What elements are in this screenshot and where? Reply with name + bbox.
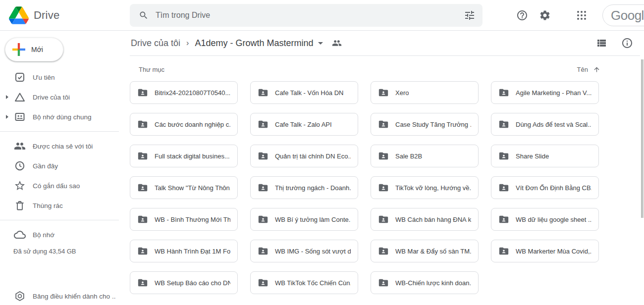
folder-card[interactable]: Full stack digital busines... [130,145,238,167]
folder-card[interactable]: Dùng Ads để test và Scal... [491,113,599,136]
main-content: Drive của tôi › A1demy - Growth Mastermi… [119,31,644,305]
folder-card[interactable]: WB dữ liệu google sheet ... [491,208,599,231]
folder-card[interactable]: WB IMG - Sống sót vượt d... [250,240,358,262]
sidebar-item-label: Thùng rác [33,202,63,209]
folder-name: Full stack digital busines... [155,152,230,160]
folder-card[interactable]: WB Hành Trình Đạt 1M Fo... [130,240,238,262]
drive-logo[interactable]: Drive [0,6,119,24]
shared-folder-icon [378,151,389,161]
shared-with-me-icon [14,140,26,152]
shared-folder-icon [498,87,509,98]
folder-card[interactable]: Cafe Talk - Vốn Hóa DN [250,81,358,104]
sidebar-item-label: Gần đây [33,162,58,170]
settings-icon[interactable] [539,9,551,21]
new-button-label: Mới [31,46,43,53]
sidebar-divider [0,131,119,132]
folder-card[interactable]: Talk Show "Từ Nông Thôn... [130,176,238,199]
plus-icon [12,43,25,56]
shared-folder-icon [378,214,389,225]
folder-name: WB Setup Báo cáo cho DN [155,279,230,287]
folder-card[interactable]: WB Mar & Đẩy số sàn TM... [371,240,479,262]
sort-label[interactable]: Tên [577,66,588,73]
breadcrumb-dropdown-icon[interactable] [318,42,323,45]
breadcrumb-root[interactable]: Drive của tôi [131,38,180,49]
help-icon[interactable] [516,9,528,21]
folder-card[interactable]: Quản trị tài chính DN Eco... [250,145,358,167]
folder-card[interactable]: Sale B2B [371,145,479,167]
folder-name: WB-Chiến lược kinh doan... [395,279,471,287]
shared-folder-icon [258,277,268,288]
folder-card[interactable]: WB - Bình Thường Mới Th... [130,208,238,231]
sidebar-item-shared-with-me[interactable]: Được chia sẻ với tôi [0,136,119,156]
sidebar-item-trash[interactable]: Thùng rác [0,196,119,215]
folder-card[interactable]: WB Setup Báo cáo cho DN [130,271,238,294]
sidebar-item-starred[interactable]: Có gắn dấu sao [0,176,119,196]
sidebar-item-admin-console[interactable]: Bảng điều khiển dành cho ... [0,286,119,305]
folder-card[interactable]: Case Study Tăng Trưởng ... [371,113,479,136]
folder-grid: Bitrix24-20210807T0540... Cafe Talk - Vố… [130,81,599,294]
folder-card[interactable]: WB Bí ý tưởng làm Conte... [250,208,358,231]
info-icon[interactable] [621,37,633,49]
shared-folder-icon [498,182,509,193]
folder-card[interactable]: Agile Marketing - Phan V... [491,81,599,104]
folder-card[interactable]: WB-Chiến lược kinh doan... [371,271,479,294]
sidebar-item-priority[interactable]: Ưu tiên [0,67,119,87]
search-options-icon[interactable] [464,9,476,21]
shared-folder-icon [258,214,268,225]
folder-name: WB Bí ý tưởng làm Conte... [275,216,351,223]
folder-card[interactable]: Share Slide [491,145,599,167]
folder-name: Thị trường ngách - Doanh... [275,184,351,192]
list-view-icon[interactable] [595,37,607,49]
search-icon[interactable] [139,10,149,20]
storage-usage-text: Đã sử dụng 43,54 GB [13,248,76,255]
clock-icon [14,160,26,172]
folder-card[interactable]: TikTok vỡ lòng, Hướng về... [371,176,479,199]
folder-name: WB Mar & Đẩy số sàn TM... [395,248,471,255]
folder-card[interactable]: Các bước doanh nghiệp c... [130,113,238,136]
admin-console-icon [14,290,26,302]
shared-folder-icon [378,87,389,98]
expand-caret-icon[interactable] [6,115,8,119]
sort-ascending-icon[interactable] [593,66,600,73]
sidebar-item-label: Bảng điều khiển dành cho ... [33,293,116,300]
priority-icon [14,71,26,83]
breadcrumb-current[interactable]: A1demy - Growth Mastermind [195,38,313,49]
search-bar[interactable] [130,4,483,27]
folder-name: TikTok vỡ lòng, Hướng về... [395,184,471,192]
folder-card[interactable]: WB Cách bán hàng ĐNA k... [371,208,479,231]
shared-folder-icon [258,87,268,98]
folder-card[interactable]: Bitrix24-20210807T0540... [130,81,238,104]
sidebar-item-label: Bộ nhớ dùng chung [33,113,91,121]
folder-card[interactable]: WB TikTok Tốc Chiến Cùn... [250,271,358,294]
sidebar-item-storage[interactable]: Bộ nhớ [0,225,119,245]
shared-folder-icon [378,277,389,288]
new-button[interactable]: Mới [5,38,63,61]
folder-name: WB IMG - Sống sót vượt d... [275,248,351,255]
folder-name: WB Markerter Mùa Covid,... [516,248,591,255]
folder-name: Quản trị tài chính DN Eco... [275,152,351,160]
shared-folder-icon [137,182,148,193]
folder-card[interactable]: Thị trường ngách - Doanh... [250,176,358,199]
sort-control[interactable]: Tên [577,66,600,73]
scrollbar[interactable] [641,59,644,218]
shared-folder-icon [258,119,268,130]
shared-folder-icon [258,151,268,161]
star-icon [14,180,26,192]
folder-card[interactable]: Cafe Talk - Zalo API [250,113,358,136]
sidebar-item-recent[interactable]: Gần đây [0,156,119,176]
folder-card[interactable]: Vít Đơn Ổn Định Bằng CB... [491,176,599,199]
folder-name: Dùng Ads để test và Scal... [516,121,591,128]
folder-card[interactable]: Xero [371,81,479,104]
apps-grid-icon[interactable] [576,9,588,21]
sidebar-divider [0,220,119,220]
expand-caret-icon[interactable] [6,95,8,99]
google-account-badge[interactable]: Google [602,4,644,26]
folder-name: WB Hành Trình Đạt 1M Fo... [155,248,230,255]
sidebar-item-shared-drives[interactable]: Bộ nhớ dùng chung [0,107,119,127]
folder-card[interactable]: WB Markerter Mùa Covid,... [491,240,599,262]
search-input[interactable] [156,11,464,20]
folder-name: Xero [395,89,409,97]
shared-folder-icon [137,277,148,288]
folder-name: Talk Show "Từ Nông Thôn... [155,184,230,192]
sidebar-item-my-drive[interactable]: Drive của tôi [0,87,119,107]
